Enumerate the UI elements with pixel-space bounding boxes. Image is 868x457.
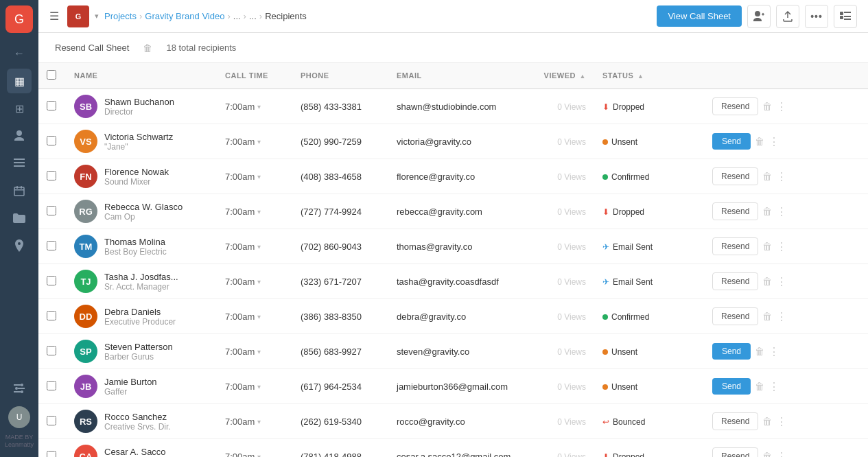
row-more-icon[interactable]: ⋮ [769, 380, 779, 393]
expand-call-time[interactable]: ▾ [257, 208, 261, 215]
send-button[interactable]: Send [712, 133, 751, 150]
expand-call-time[interactable]: ▾ [257, 418, 261, 425]
select-all-checkbox[interactable] [47, 70, 56, 80]
row-checkbox[interactable] [47, 241, 56, 250]
app-logo[interactable]: G [5, 5, 33, 33]
sidebar-users[interactable] [7, 124, 32, 148]
row-more-icon[interactable]: ⋮ [769, 135, 779, 148]
person-role: Director [104, 107, 174, 117]
sidebar-folder[interactable] [7, 206, 32, 231]
row-delete-icon[interactable]: 🗑 [762, 276, 772, 287]
row-more-icon[interactable]: ⋮ [776, 310, 787, 323]
expand-call-time[interactable]: ▾ [257, 173, 261, 180]
row-delete-icon[interactable]: 🗑 [755, 381, 764, 392]
expand-call-time[interactable]: ▾ [257, 348, 261, 355]
row-delete-icon[interactable]: 🗑 [762, 451, 772, 457]
user-avatar-sidebar[interactable]: U [8, 406, 30, 428]
row-checkbox[interactable] [47, 171, 56, 180]
expand-call-time[interactable]: ▾ [257, 138, 261, 145]
project-chevron[interactable]: ▾ [95, 12, 99, 21]
row-more-icon[interactable]: ⋮ [776, 205, 787, 218]
row-checkbox[interactable] [47, 101, 56, 110]
sidebar-dashboard[interactable]: ▦ [7, 69, 32, 93]
row-more-icon[interactable]: ⋮ [769, 345, 779, 358]
resend-button[interactable]: Resend [712, 412, 758, 430]
sidebar-calendar[interactable] [7, 178, 32, 203]
delete-icon[interactable]: 🗑 [143, 43, 152, 54]
expand-call-time[interactable]: ▾ [257, 453, 261, 458]
name-cell: FN Florence Nowak Sound Mixer [74, 165, 209, 188]
header-email: EMAIL [388, 63, 532, 89]
resend-button[interactable]: Resend [712, 97, 758, 115]
header-viewed[interactable]: VIEWED ▲ [532, 63, 594, 89]
view-toggle-button[interactable] [834, 5, 857, 28]
row-delete-icon[interactable]: 🗑 [762, 416, 772, 427]
expand-call-time[interactable]: ▾ [257, 243, 261, 250]
row-delete-icon[interactable]: 🗑 [762, 206, 772, 217]
expand-call-time[interactable]: ▾ [257, 383, 261, 390]
sidebar-layers[interactable]: ⊞ [7, 96, 32, 121]
row-more-icon[interactable]: ⋮ [776, 415, 787, 428]
row-checkbox[interactable] [47, 276, 56, 285]
header-call-time[interactable]: CALL TIME [217, 63, 292, 89]
call-time: 7:00am [225, 347, 255, 357]
view-call-sheet-button[interactable]: View Call Sheet [657, 5, 742, 27]
call-time-cell: 7:00am ▾ [225, 172, 284, 182]
row-checkbox[interactable] [47, 346, 56, 355]
resend-button[interactable]: Resend [712, 447, 758, 457]
send-button[interactable]: Send [712, 378, 751, 395]
resend-call-sheet-button[interactable]: Resend Call Sheet [49, 40, 134, 56]
row-delete-icon[interactable]: 🗑 [755, 346, 764, 357]
email-cell: steven@gravity.co [388, 334, 532, 369]
avatar: SB [74, 95, 97, 118]
more-options-button[interactable]: ••• [805, 5, 828, 28]
views-count: 0 Views [557, 452, 586, 458]
name-info: Thomas Molina Best Boy Electric [104, 237, 167, 257]
header-name[interactable]: NAME [66, 63, 217, 89]
svg-rect-14 [762, 12, 764, 15]
row-more-icon[interactable]: ⋮ [776, 240, 787, 253]
breadcrumb-sep4: › [259, 11, 262, 21]
add-user-button[interactable] [747, 5, 771, 28]
resend-button[interactable]: Resend [712, 202, 758, 220]
call-time-cell: 7:00am ▾ [225, 102, 284, 112]
row-more-icon[interactable]: ⋮ [776, 275, 787, 288]
project-logo[interactable]: G [67, 5, 89, 27]
row-checkbox[interactable] [47, 136, 56, 145]
row-more-icon[interactable]: ⋮ [776, 100, 787, 113]
sidebar-sliders[interactable] [7, 376, 32, 401]
expand-call-time[interactable]: ▾ [257, 278, 261, 285]
row-checkbox[interactable] [47, 381, 56, 390]
row-delete-icon[interactable]: 🗑 [762, 101, 772, 112]
hamburger-menu[interactable]: ☰ [49, 10, 59, 23]
resend-button[interactable]: Resend [712, 307, 758, 325]
breadcrumb-project[interactable]: Gravity Brand Video [145, 11, 224, 21]
table-row: TJ Tasha J. Josdfas... Sr. Acct. Manager… [38, 264, 868, 299]
resend-button[interactable]: Resend [712, 167, 758, 185]
row-checkbox[interactable] [47, 451, 56, 458]
header-status[interactable]: STATUS ▲ [594, 63, 704, 89]
confirmed-dot [602, 314, 608, 320]
send-button[interactable]: Send [712, 343, 751, 360]
row-checkbox[interactable] [47, 206, 56, 215]
row-delete-icon[interactable]: 🗑 [762, 311, 772, 322]
resend-button[interactable]: Resend [712, 237, 758, 255]
resend-button[interactable]: Resend [712, 272, 758, 290]
row-more-icon[interactable]: ⋮ [776, 170, 787, 183]
top-bar: ☰ G ▾ Projects › Gravity Brand Video › .… [38, 0, 868, 33]
person-name: Cesar A. Sacco [104, 447, 166, 457]
row-delete-icon[interactable]: 🗑 [762, 241, 772, 252]
row-checkbox[interactable] [47, 311, 56, 320]
row-delete-icon[interactable]: 🗑 [755, 136, 764, 147]
sidebar-list[interactable] [7, 151, 32, 176]
person-role: Sound Mixer [104, 177, 169, 187]
expand-call-time[interactable]: ▾ [257, 103, 261, 110]
row-more-icon[interactable]: ⋮ [776, 450, 787, 458]
sidebar-location[interactable] [7, 233, 32, 258]
expand-call-time[interactable]: ▾ [257, 313, 261, 320]
breadcrumb-projects[interactable]: Projects [104, 11, 137, 21]
sidebar-back[interactable]: ← [7, 41, 32, 66]
row-checkbox[interactable] [47, 416, 56, 425]
export-button[interactable] [776, 5, 799, 28]
row-delete-icon[interactable]: 🗑 [762, 171, 772, 182]
